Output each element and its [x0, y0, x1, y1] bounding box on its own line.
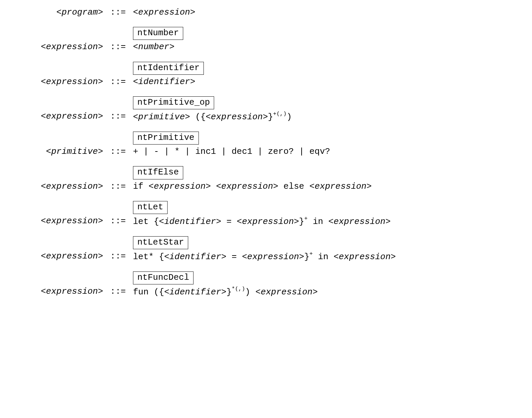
rule-label-row: ntPrimitive_op: [133, 96, 522, 109]
rule-rhs: fun ({<identifier>}*(,)) <expression>: [133, 286, 522, 297]
rule-op: ::=: [106, 7, 130, 18]
rule-label-box: ntNumber: [133, 27, 183, 40]
rule-lhs: <expression>: [10, 215, 103, 226]
rule-rhs: + | - | * | inc1 | dec1 | zero? | eqv?: [133, 146, 522, 157]
rule-label-row: ntLet: [133, 201, 522, 214]
rule-rhs: if <expression> <expression> else <expre…: [133, 181, 522, 192]
rule-lhs: <expression>: [10, 286, 103, 297]
rule-rhs: let* {<identifier> = <expression>}+ in <…: [133, 251, 522, 262]
rule-rhs: let {<identifier> = <expression>}+ in <e…: [133, 215, 522, 227]
rule-label-row: ntPrimitive: [133, 132, 522, 145]
rule-op: ::=: [106, 41, 130, 52]
rule-label-box: ntIdentifier: [133, 62, 204, 75]
rule-lhs: <expression>: [10, 181, 103, 192]
rule-lhs: <expression>: [10, 76, 103, 87]
rule-label-row: ntIfElse: [133, 166, 522, 179]
rule-label-box: ntLet: [133, 201, 168, 214]
rule-rhs: <primitive> ({<expression>}+(,)): [133, 111, 522, 122]
rule-label-box: ntFuncDecl: [133, 271, 194, 284]
rule-op: ::=: [106, 76, 130, 87]
rule-label-row: ntLetStar: [133, 236, 522, 249]
rule-lhs: <expression>: [10, 111, 103, 122]
rule-op: ::=: [106, 251, 130, 261]
rule-label-row: ntNumber: [133, 27, 522, 40]
rule-op: ::=: [106, 146, 130, 157]
rule-lhs: <primitive>: [10, 146, 103, 157]
rule-op: ::=: [106, 286, 130, 297]
grammar-table: <program>::=<expression>ntNumber<express…: [10, 7, 522, 297]
rule-label-row: ntIdentifier: [133, 62, 522, 75]
rule-lhs: <expression>: [10, 251, 103, 261]
rule-rhs: <number>: [133, 41, 522, 52]
rule-op: ::=: [106, 215, 130, 226]
rule-op: ::=: [106, 181, 130, 192]
rule-lhs: <expression>: [10, 41, 103, 52]
rule-label-box: ntPrimitive_op: [133, 96, 214, 109]
rule-label-box: ntLetStar: [133, 236, 188, 249]
rule-label-box: ntIfElse: [133, 166, 183, 179]
rule-label-box: ntPrimitive: [133, 132, 199, 145]
rule-rhs: <expression>: [133, 7, 522, 18]
rule-rhs: <identifier>: [133, 76, 522, 87]
rule-label-row: ntFuncDecl: [133, 271, 522, 284]
rule-lhs: <program>: [10, 7, 103, 18]
rule-op: ::=: [106, 111, 130, 122]
